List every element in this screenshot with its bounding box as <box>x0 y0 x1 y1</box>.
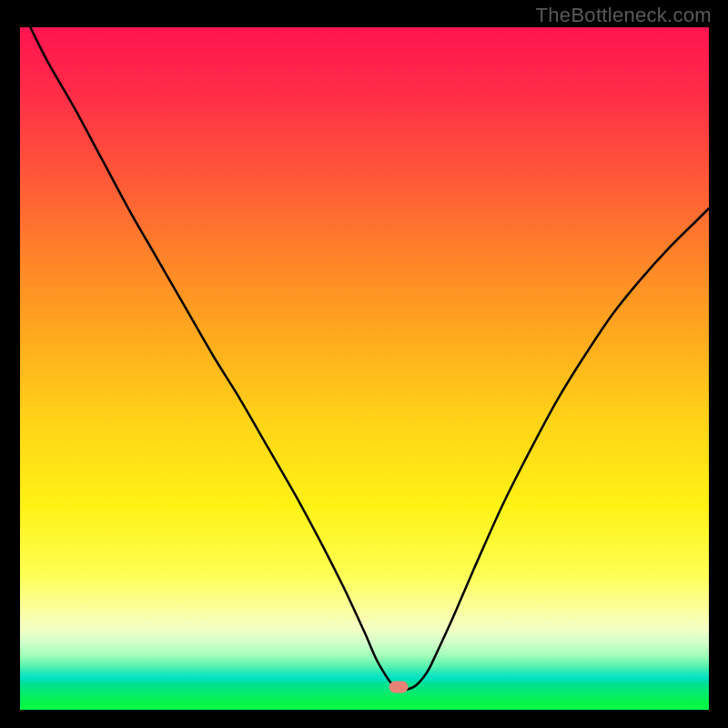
bottleneck-curve <box>20 27 709 711</box>
chart-frame: TheBottleneck.com <box>0 0 728 728</box>
curve-path <box>30 27 709 690</box>
watermark-text: TheBottleneck.com <box>536 4 712 27</box>
x-axis-line <box>20 710 709 712</box>
optimal-point-marker <box>389 682 409 693</box>
plot-area <box>20 27 709 711</box>
